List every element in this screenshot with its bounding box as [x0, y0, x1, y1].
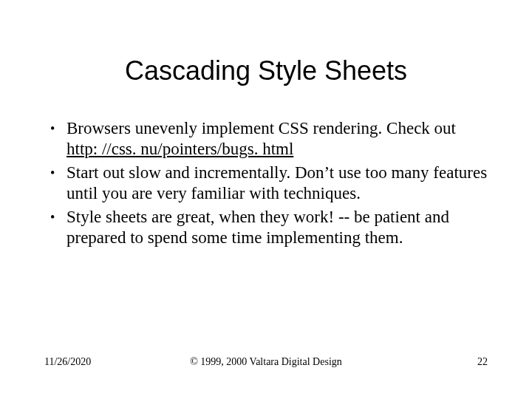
- bullet-item: Start out slow and incrementally. Don’t …: [44, 163, 488, 204]
- footer-date: 11/26/2020: [44, 356, 91, 368]
- footer-copyright: © 1999, 2000 Valtara Digital Design: [44, 356, 488, 368]
- bullet-text: Browsers unevenly implement CSS renderin…: [66, 119, 456, 137]
- slide-footer: 11/26/2020 © 1999, 2000 Valtara Digital …: [44, 356, 488, 368]
- footer-page-number: 22: [477, 356, 488, 368]
- bullet-text: Style sheets are great, when they work! …: [66, 208, 449, 247]
- bullet-list: Browsers unevenly implement CSS renderin…: [44, 118, 488, 248]
- slide-title: Cascading Style Sheets: [0, 55, 532, 86]
- bullet-text: Start out slow and incrementally. Don’t …: [66, 163, 487, 202]
- bullet-item: Style sheets are great, when they work! …: [44, 207, 488, 248]
- slide: Cascading Style Sheets Browsers unevenly…: [0, 0, 532, 399]
- slide-body: Browsers unevenly implement CSS renderin…: [44, 118, 488, 251]
- bullet-item: Browsers unevenly implement CSS renderin…: [44, 118, 488, 160]
- link-css-bugs[interactable]: http: //css. nu/pointers/bugs. html: [66, 140, 293, 158]
